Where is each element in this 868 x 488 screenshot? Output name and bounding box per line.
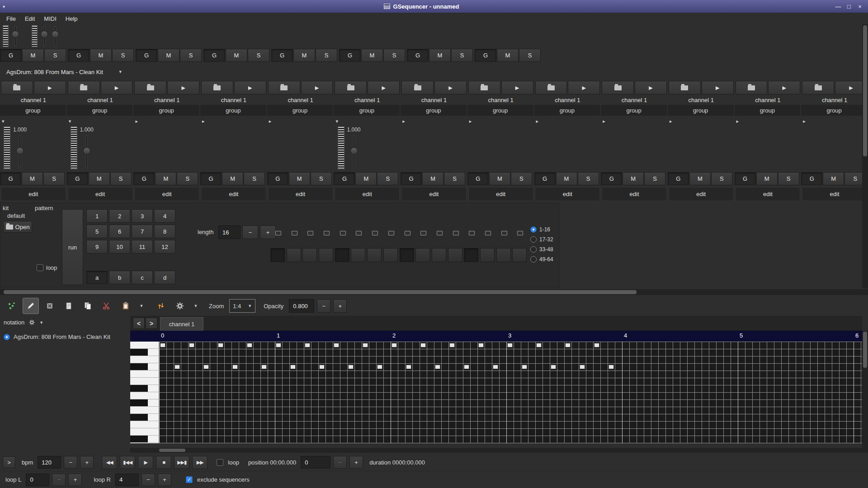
copy-button[interactable] — [80, 298, 96, 314]
offset-radio[interactable] — [530, 256, 537, 263]
pattern-step-pad[interactable] — [319, 248, 333, 262]
pattern-step-pad[interactable] — [270, 248, 285, 262]
note-grid[interactable] — [159, 342, 862, 443]
solo-toggle-button[interactable]: S — [44, 49, 66, 62]
bank-button[interactable]: 12 — [154, 240, 175, 253]
play-machine-button[interactable]: ▶ — [368, 81, 400, 94]
bank-button[interactable]: 8 — [154, 225, 175, 238]
loop-l-input[interactable]: 0 — [26, 474, 49, 486]
note-block[interactable] — [261, 365, 267, 369]
group-toggle-button[interactable]: G — [200, 172, 222, 185]
edit-button[interactable]: edit — [201, 187, 266, 201]
tools-button[interactable] — [172, 298, 188, 314]
solo-toggle-button[interactable]: S — [383, 49, 405, 62]
bpm-input[interactable]: 120 — [38, 456, 61, 469]
mute-toggle-button[interactable]: M — [489, 172, 510, 185]
menu-midi[interactable]: MIDI — [39, 14, 61, 24]
note-block[interactable] — [406, 365, 411, 369]
tools-options-button[interactable]: ▼ — [191, 298, 201, 314]
group-toggle-button[interactable]: G — [67, 172, 88, 185]
group-toggle-button[interactable]: G — [467, 172, 489, 185]
solo-toggle-button[interactable]: S — [519, 49, 541, 62]
length-decrement-button[interactable]: − — [242, 225, 258, 239]
pattern-step-pad[interactable] — [367, 248, 382, 262]
note-block[interactable] — [160, 343, 165, 347]
minimize-button[interactable]: — — [833, 2, 844, 11]
open-drum-kit-button[interactable] — [669, 81, 701, 94]
solo-toggle-button[interactable]: S — [316, 49, 337, 62]
collapse-arrow-icon[interactable]: ▾ — [69, 118, 71, 124]
expand-arrow-icon[interactable]: ▸ — [269, 118, 272, 124]
group-toggle-button[interactable]: G — [203, 49, 225, 62]
edit-button[interactable]: edit — [802, 187, 867, 201]
length-increment-button[interactable]: + — [260, 225, 276, 239]
pattern-step-pad[interactable] — [512, 248, 527, 262]
pattern-step-pad[interactable] — [480, 248, 495, 262]
offset-option[interactable]: 49-64 — [530, 256, 553, 263]
note-block[interactable] — [435, 365, 440, 369]
edit-tool-button[interactable] — [23, 298, 39, 314]
mute-toggle-button[interactable]: M — [429, 49, 451, 62]
pattern-step-pad[interactable] — [415, 248, 430, 262]
mute-toggle-button[interactable]: M — [623, 172, 644, 185]
mute-toggle-button[interactable]: M — [222, 172, 243, 185]
position-tool-button[interactable] — [4, 298, 20, 314]
pattern-step-pad[interactable] — [287, 248, 301, 262]
solo-toggle-button[interactable]: S — [244, 172, 265, 185]
previous-button[interactable]: ▮◀◀ — [120, 456, 135, 469]
open-drum-kit-button[interactable] — [802, 81, 834, 94]
mute-toggle-button[interactable]: M — [497, 49, 519, 62]
group-toggle-button[interactable]: G — [534, 172, 556, 185]
offset-option[interactable]: 1-16 — [530, 226, 553, 233]
note-block[interactable] — [276, 343, 281, 347]
edit-button[interactable]: edit — [68, 187, 133, 201]
group-toggle-button[interactable]: G — [271, 49, 293, 62]
bank-button[interactable]: 10 — [109, 240, 130, 253]
mute-toggle-button[interactable]: M — [361, 49, 383, 62]
edit-button[interactable]: edit — [401, 187, 467, 201]
mute-toggle-button[interactable]: M — [689, 172, 711, 185]
volume-slider[interactable] — [349, 135, 359, 169]
position-increment-button[interactable]: + — [349, 456, 363, 469]
editor-vertical-scrollbar[interactable] — [862, 331, 868, 453]
group-toggle-button[interactable]: G — [136, 49, 157, 62]
expand-arrow-icon[interactable]: ▸ — [469, 118, 472, 124]
open-drum-kit-button[interactable] — [134, 81, 166, 94]
bpm-increment-button[interactable]: + — [80, 456, 94, 469]
solo-toggle-button[interactable]: S — [248, 49, 269, 62]
pattern-step-pad[interactable] — [335, 248, 349, 262]
group-toggle-button[interactable]: G — [334, 172, 355, 185]
machine-radio[interactable] — [4, 334, 10, 340]
edit-button[interactable]: edit — [669, 187, 734, 201]
note-block[interactable] — [478, 343, 484, 347]
note-block[interactable] — [232, 365, 238, 369]
expand-arrow-icon[interactable]: ▸ — [135, 118, 138, 124]
position-input[interactable]: 0 — [301, 456, 330, 469]
solo-toggle-button[interactable]: S — [444, 172, 465, 185]
note-block[interactable] — [522, 365, 527, 369]
note-block[interactable] — [363, 343, 368, 347]
select-tool-button[interactable] — [61, 298, 77, 314]
play-button[interactable]: ▶ — [138, 456, 153, 469]
group-toggle-button[interactable]: G — [68, 49, 90, 62]
machine-name-combo[interactable]: AgsDrum: 808 From Mars - Clean Kit ▼ — [3, 66, 126, 78]
note-block[interactable] — [420, 343, 426, 347]
tab-channel-1[interactable]: channel 1 — [160, 317, 203, 331]
edit-button[interactable]: edit — [134, 187, 199, 201]
play-machine-button[interactable]: ▶ — [434, 81, 467, 94]
solo-toggle-button[interactable]: S — [177, 172, 198, 185]
length-input[interactable]: 16 — [218, 225, 241, 239]
bank-button[interactable]: 4 — [154, 209, 175, 223]
mute-toggle-button[interactable]: M — [22, 49, 44, 62]
clear-tool-button[interactable] — [42, 298, 58, 314]
next-button[interactable]: ▶▶▮ — [174, 456, 189, 469]
bank-button[interactable]: 9 — [86, 240, 108, 253]
mute-toggle-button[interactable]: M — [823, 172, 844, 185]
slider-knob[interactable] — [350, 147, 358, 155]
open-drum-kit-button[interactable] — [602, 81, 634, 94]
offset-radio[interactable] — [530, 246, 537, 253]
backward-button[interactable]: ◀◀ — [102, 456, 117, 469]
maximize-button[interactable]: □ — [844, 2, 854, 11]
opacity-increment-button[interactable]: + — [333, 299, 347, 313]
collapse-arrow-icon[interactable]: ▾ — [335, 118, 338, 124]
